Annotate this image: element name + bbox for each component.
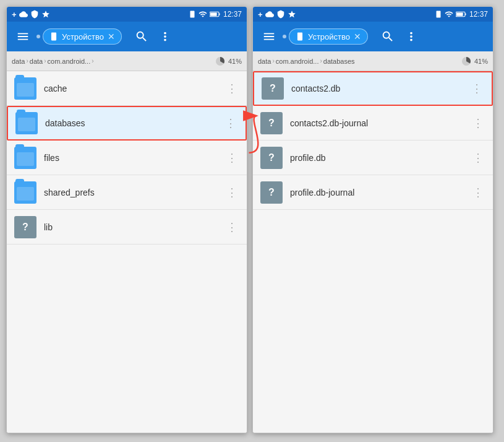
- breadcrumb-dot-left: [36, 35, 40, 38]
- storage-indicator-left: 41%: [215, 56, 242, 67]
- unknown-icon-profiledb: ?: [260, 147, 283, 169]
- breadcrumb-right: data › com.android... › databases 41%: [253, 51, 493, 71]
- file-name-contacts2dbj: contacts2.db-journal: [290, 118, 463, 128]
- search-button-right[interactable]: [377, 25, 399, 48]
- folder-inner-files: [17, 152, 34, 166]
- chip-close-right[interactable]: ✕: [354, 32, 361, 41]
- file-menu-databases[interactable]: ⋮: [223, 116, 238, 131]
- search-button-left[interactable]: [130, 25, 153, 48]
- svg-rect-6: [456, 12, 463, 15]
- toolbar-right: Устройство ✕: [253, 22, 493, 51]
- shield-icon-r: [276, 10, 285, 19]
- breadcrumb-dot-right: [283, 35, 286, 38]
- folder-inner-cache: [17, 83, 34, 97]
- storage-indicator-right: 41%: [461, 56, 488, 67]
- device-chip-right[interactable]: Устройство ✕: [289, 28, 368, 45]
- file-name-contacts2db: contacts2.db: [291, 84, 462, 93]
- shield-icon: [30, 10, 39, 19]
- file-menu-cache[interactable]: ⋮: [224, 81, 239, 96]
- bc-sep2: ›: [44, 58, 46, 64]
- status-right-right: 12:37: [435, 10, 488, 19]
- storage-pie-icon-right: [461, 56, 472, 67]
- unknown-icon-profiledbj: ?: [260, 181, 283, 204]
- bc2-data1[interactable]: data: [258, 58, 271, 65]
- folder-icon-cache: [14, 77, 36, 100]
- status-bar-right: + 12:37: [253, 7, 493, 22]
- more-button-left[interactable]: [154, 25, 176, 48]
- bc-data1[interactable]: data: [12, 58, 25, 65]
- unknown-icon-lib: ?: [14, 216, 36, 238]
- bc2-sep1: ›: [272, 58, 274, 64]
- add-icon: +: [12, 10, 17, 19]
- cloud-icon: [19, 10, 28, 19]
- toolbar-left: Устройство ✕: [7, 22, 247, 51]
- file-item-lib[interactable]: ? lib ⋮: [7, 210, 247, 245]
- device-name-left: Устройство: [62, 32, 104, 41]
- file-menu-contacts2dbj[interactable]: ⋮: [471, 116, 485, 131]
- file-item-profiledb[interactable]: ? profile.db ⋮: [253, 141, 493, 175]
- file-item-profiledbj[interactable]: ? profile.db-journal ⋮: [253, 175, 493, 210]
- panel-left: + 12:37: [6, 6, 247, 433]
- folder-icon-files: [14, 147, 36, 169]
- folder-icon-databases: [15, 112, 38, 134]
- wifi-icon: [199, 10, 207, 19]
- bc-data2[interactable]: data: [30, 58, 43, 65]
- device-name-right: Устройство: [308, 32, 350, 41]
- toolbar-actions-right: [377, 25, 422, 48]
- svg-rect-1: [219, 14, 220, 15]
- battery-icon: [210, 11, 221, 18]
- more-button-right[interactable]: [400, 25, 422, 48]
- device-chip-left[interactable]: Устройство ✕: [43, 28, 122, 45]
- wifi-icon-r: [445, 10, 453, 19]
- file-item-shared-prefs[interactable]: shared_prefs ⋮: [7, 175, 247, 210]
- bc2-android[interactable]: com.android...: [276, 58, 319, 65]
- bc-sep1: ›: [26, 58, 28, 64]
- breadcrumb-left: data › data › com.android... › 41%: [7, 51, 247, 71]
- phone-icon-r: [435, 11, 442, 18]
- bc2-databases[interactable]: databases: [323, 58, 355, 65]
- file-item-databases[interactable]: databases ⋮: [7, 106, 247, 141]
- storage-percent-left: 41%: [228, 58, 242, 65]
- bc-android1[interactable]: com.android...: [48, 58, 91, 65]
- file-item-files[interactable]: files ⋮: [7, 141, 247, 175]
- toolbar-actions-left: [130, 25, 176, 48]
- panel-right: + 12:37: [252, 6, 493, 433]
- file-name-profiledb: profile.db: [290, 153, 463, 163]
- bc-sep3: ›: [92, 58, 93, 64]
- file-item-contacts2dbj[interactable]: ? contacts2.db-journal ⋮: [253, 106, 493, 141]
- file-name-profiledbj: profile.db-journal: [290, 188, 463, 197]
- unknown-icon-contacts2dbj: ?: [260, 112, 283, 134]
- file-name-databases: databases: [45, 118, 216, 128]
- file-menu-profiledb[interactable]: ⋮: [471, 150, 485, 165]
- folder-inner-shared-prefs: [17, 187, 34, 201]
- bc2-sep2: ›: [320, 58, 322, 64]
- file-menu-profiledbj[interactable]: ⋮: [471, 185, 485, 200]
- unknown-icon-contacts2db: ?: [262, 77, 284, 100]
- status-icons-left: +: [12, 10, 50, 19]
- file-name-lib: lib: [44, 222, 217, 232]
- menu-button-left[interactable]: [12, 25, 34, 48]
- file-menu-lib[interactable]: ⋮: [224, 220, 239, 235]
- star-icon: [41, 10, 50, 19]
- file-menu-contacts2db[interactable]: ⋮: [469, 81, 484, 96]
- status-icons-right: +: [258, 10, 296, 19]
- file-menu-shared-prefs[interactable]: ⋮: [224, 185, 239, 200]
- svg-rect-5: [465, 14, 466, 15]
- file-menu-files[interactable]: ⋮: [224, 150, 239, 165]
- menu-button-right[interactable]: [258, 25, 280, 48]
- storage-percent-right: 41%: [474, 58, 488, 65]
- file-list-left: cache ⋮ databases ⋮ files: [7, 71, 247, 433]
- add-icon-r: +: [258, 10, 263, 19]
- file-item-contacts2db[interactable]: ? contacts2.db ⋮: [253, 71, 493, 106]
- storage-pie-icon-left: [215, 56, 226, 67]
- file-name-cache: cache: [44, 84, 217, 93]
- battery-icon-r: [456, 11, 467, 18]
- chip-close-left[interactable]: ✕: [108, 32, 115, 41]
- phone-icon: [189, 11, 196, 18]
- cloud-icon-r: [265, 10, 274, 19]
- status-bar-left: + 12:37: [7, 7, 247, 22]
- status-right-left: 12:37: [189, 10, 242, 19]
- file-item-cache[interactable]: cache ⋮: [7, 71, 247, 106]
- file-list-right: ? contacts2.db ⋮ ? contacts2.db-journal …: [253, 71, 493, 433]
- time-left: 12:37: [223, 10, 242, 19]
